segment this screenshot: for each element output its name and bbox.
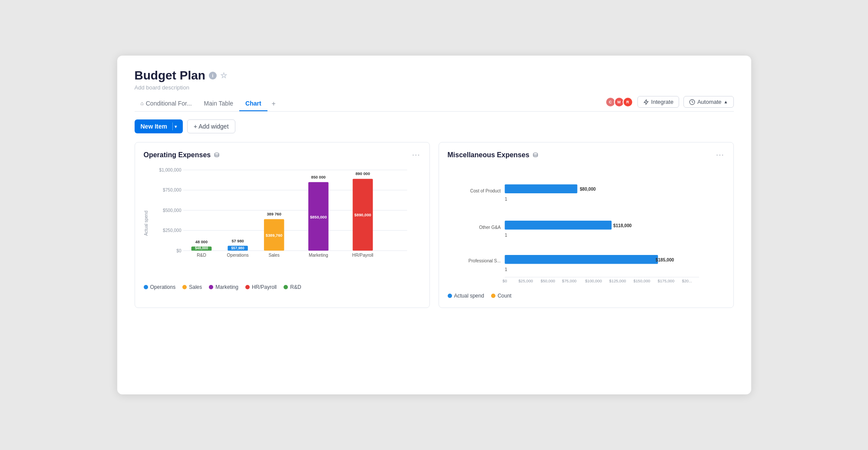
svg-text:$75,000: $75,000 (562, 279, 577, 283)
chevron-up-icon: ▲ (724, 99, 728, 104)
tab-bar: ⌂ Conditional For... Main Table Chart + … (135, 96, 734, 112)
add-widget-button[interactable]: + Add widget (187, 119, 235, 133)
misc-expenses-title: Miscellaneous Expenses ⛁ (448, 151, 538, 159)
svg-text:$1,000,000: $1,000,000 (159, 168, 181, 172)
legend-marketing: Marketing (209, 284, 238, 290)
svg-text:$57,980: $57,980 (231, 246, 244, 250)
svg-text:Sales: Sales (268, 253, 280, 258)
svg-text:Cost of Product: Cost of Product (470, 189, 500, 193)
svg-text:Operations: Operations (227, 253, 248, 258)
svg-text:$25,000: $25,000 (518, 279, 533, 283)
app-container: Budget Plan i ☆ Add board description ⌂ … (117, 56, 751, 394)
integrate-button[interactable]: Integrate (637, 96, 679, 108)
legend-rd: R&D (284, 284, 301, 290)
bar-chart-svg: $1,000,000 $750,000 $500,000 $250,000 $0 (152, 166, 421, 279)
svg-text:$125,000: $125,000 (609, 279, 626, 283)
operating-expenses-header: Operating Expenses ⛁ ··· (144, 151, 421, 159)
new-item-button[interactable]: New Item ▾ (135, 119, 183, 133)
operating-expenses-card: Operating Expenses ⛁ ··· Actual spend $1… (135, 142, 430, 308)
svg-text:Professional S...: Professional S... (468, 258, 500, 263)
more-options-icon[interactable]: ··· (412, 151, 420, 159)
svg-text:$500,000: $500,000 (163, 208, 182, 213)
legend-dot-operations (144, 285, 148, 289)
filter-icon-misc[interactable]: ⛁ (533, 152, 538, 159)
avatar-3: R (623, 97, 633, 107)
bar-cost-of-product (505, 185, 577, 193)
board-description[interactable]: Add board description (135, 84, 734, 91)
tab-chart[interactable]: Chart (239, 96, 267, 111)
bar-chart-inner: $1,000,000 $750,000 $500,000 $250,000 $0 (152, 166, 421, 281)
misc-expenses-card: Miscellaneous Expenses ⛁ ··· Cost of Pro… (439, 142, 734, 308)
toolbar: New Item ▾ + Add widget (135, 119, 734, 133)
button-divider (172, 122, 173, 130)
filter-icon[interactable]: ⛁ (214, 152, 219, 159)
legend-dot-hrpayroll (245, 285, 250, 289)
svg-text:$175,000: $175,000 (657, 279, 674, 283)
svg-text:$20...: $20... (682, 279, 692, 283)
svg-text:R&D: R&D (197, 253, 206, 258)
legend-dot-count (491, 294, 495, 298)
home-icon: ⌂ (141, 100, 144, 106)
dropdown-arrow-icon: ▾ (175, 124, 177, 129)
svg-text:389 760: 389 760 (267, 212, 281, 216)
legend-hrpayroll: HR/Payroll (245, 284, 277, 290)
page-title: Budget Plan i ☆ (135, 69, 734, 83)
legend-sales: Sales (182, 284, 202, 290)
misc-chart-area: Cost of Product Other G&A Professional S… (448, 166, 725, 289)
tab-add-button[interactable]: + (267, 96, 280, 111)
integrate-icon (643, 99, 649, 105)
avatar-group: C M R (607, 97, 633, 107)
y-axis-label-container: Actual spend (144, 166, 151, 281)
bar-professional (505, 255, 658, 264)
automate-button[interactable]: Automate ▲ (683, 96, 734, 108)
svg-text:$0: $0 (502, 279, 507, 283)
automate-icon (689, 99, 695, 105)
svg-text:890 000: 890 000 (355, 172, 370, 176)
svg-text:$50,000: $50,000 (541, 279, 555, 283)
svg-text:$890,000: $890,000 (354, 213, 371, 217)
legend-count: Count (491, 293, 512, 299)
svg-text:$118,000: $118,000 (613, 223, 632, 228)
tab-main-table[interactable]: Main Table (198, 96, 239, 111)
charts-grid: Operating Expenses ⛁ ··· Actual spend $1… (135, 142, 734, 308)
svg-text:48 000: 48 000 (195, 240, 207, 244)
legend-dot-sales (182, 285, 187, 289)
svg-text:57 980: 57 980 (231, 239, 244, 243)
operating-expenses-title: Operating Expenses ⛁ (144, 151, 220, 159)
legend-dot-marketing (209, 285, 213, 289)
info-icon[interactable]: i (209, 72, 217, 79)
svg-text:$389,760: $389,760 (265, 233, 282, 238)
misc-expenses-legend: Actual spend Count (448, 293, 725, 299)
svg-text:1: 1 (505, 233, 507, 238)
legend-actual-spend: Actual spend (448, 293, 484, 299)
svg-text:1: 1 (505, 267, 507, 272)
y-axis-label: Actual spend (144, 211, 149, 236)
legend-dot-rd (284, 285, 288, 289)
misc-bar-chart-svg: Cost of Product Other G&A Professional S… (448, 170, 725, 283)
svg-text:$250,000: $250,000 (163, 228, 182, 233)
operating-expenses-legend: Operations Sales Marketing HR/Payroll R&… (144, 284, 421, 290)
star-icon[interactable]: ☆ (220, 71, 227, 80)
svg-text:$850,000: $850,000 (310, 215, 327, 219)
bar-other-ga (505, 221, 611, 229)
svg-text:$750,000: $750,000 (163, 188, 182, 192)
svg-text:$100,000: $100,000 (585, 279, 602, 283)
legend-operations: Operations (144, 284, 176, 290)
page-header: Budget Plan i ☆ Add board description (135, 69, 734, 91)
svg-text:850 000: 850 000 (311, 175, 326, 179)
svg-text:$185,000: $185,000 (655, 258, 674, 262)
legend-dot-actual-spend (448, 294, 452, 298)
svg-text:$80,000: $80,000 (580, 187, 596, 192)
tab-conditional[interactable]: ⌂ Conditional For... (135, 96, 198, 111)
operating-expenses-chart-area: Actual spend $1,000,000 $750,000 $500,00… (144, 166, 421, 281)
svg-text:1: 1 (505, 197, 507, 202)
svg-text:$150,000: $150,000 (633, 279, 650, 283)
svg-text:Marketing: Marketing (308, 253, 328, 258)
svg-text:HR/Payroll: HR/Payroll (352, 253, 373, 258)
svg-text:$48,000: $48,000 (195, 246, 208, 250)
more-options-misc-icon[interactable]: ··· (716, 151, 724, 159)
misc-expenses-header: Miscellaneous Expenses ⛁ ··· (448, 151, 725, 159)
svg-text:Other G&A: Other G&A (479, 225, 501, 230)
svg-text:$0: $0 (176, 248, 182, 253)
tab-bar-right: C M R Integrate Automate ▲ (607, 96, 734, 111)
